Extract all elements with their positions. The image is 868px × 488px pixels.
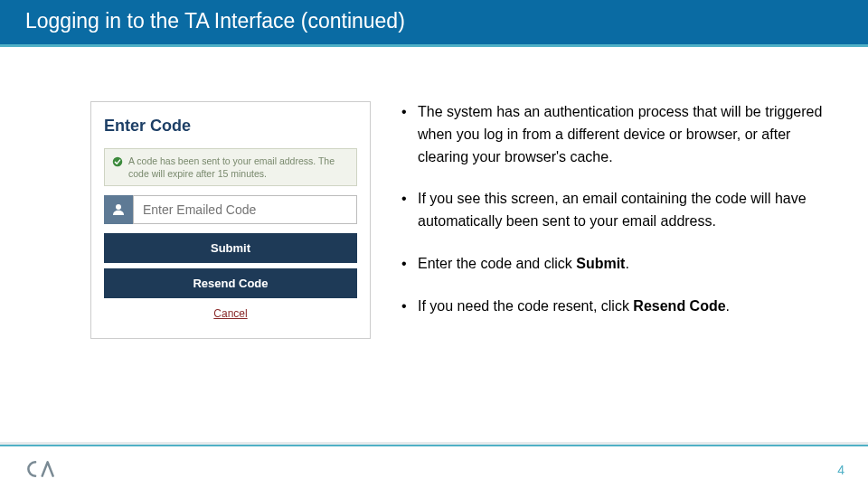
person-icon <box>104 195 133 224</box>
slide: Logging in to the TA Interface (continue… <box>0 0 868 488</box>
page-title: Logging in to the TA Interface (continue… <box>25 9 405 33</box>
footer: 4 <box>0 445 868 488</box>
bullet-list: The system has an authentication process… <box>398 101 841 339</box>
bullet-4: If you need the code resent, click Resen… <box>398 296 841 318</box>
page-number: 4 <box>837 463 844 477</box>
enter-code-panel: Enter Code A code has been sent to your … <box>90 101 371 339</box>
panel-title: Enter Code <box>104 117 357 136</box>
bullet-2: If you see this screen, an email contain… <box>398 188 841 233</box>
bullet-3: Enter the code and click Submit. <box>398 253 841 276</box>
info-box: A code has been sent to your email addre… <box>104 148 357 186</box>
footer-logo-icon <box>25 459 56 479</box>
svg-point-0 <box>113 157 123 167</box>
header-bar: Logging in to the TA Interface (continue… <box>0 0 868 47</box>
cancel-link[interactable]: Cancel <box>104 307 357 320</box>
code-input[interactable] <box>133 195 357 224</box>
svg-point-1 <box>116 204 121 210</box>
bullet-1: The system has an authentication process… <box>398 101 841 168</box>
content-area: Enter Code A code has been sent to your … <box>0 47 868 339</box>
check-icon <box>112 156 123 167</box>
submit-button[interactable]: Submit <box>104 233 357 263</box>
code-input-row <box>104 195 357 224</box>
info-text: A code has been sent to your email addre… <box>128 155 349 180</box>
resend-code-button[interactable]: Resend Code <box>104 268 357 298</box>
